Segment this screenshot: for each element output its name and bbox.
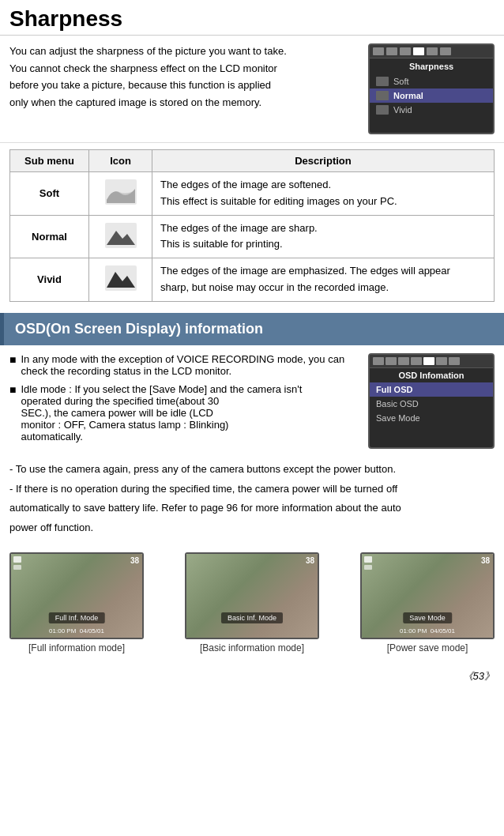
note2: - If there is no operation during the sp…	[9, 481, 495, 498]
preview-bg-save	[362, 554, 493, 638]
page-footer: 《53》	[0, 661, 504, 691]
sharpness-table-wrapper: Sub menu Icon Description Soft The	[0, 149, 504, 302]
vivid-desc-2: sharp, but noise may occur in the record…	[160, 281, 389, 293]
bottom-images: 38 Full Inf. Mode 01:00 PM 04/05/01 [Ful…	[0, 544, 504, 661]
cam-row-icon-soft	[376, 77, 389, 86]
table-header-description: Description	[152, 150, 495, 172]
soft-desc-2: This effect is suitable for editing imag…	[160, 195, 397, 207]
cam-row-label-soft: Soft	[393, 77, 409, 86]
page-number: 《53》	[463, 670, 495, 682]
preview-label-basic: [Basic information mode]	[200, 642, 304, 653]
cam-status-icon	[13, 556, 21, 563]
page-title: Sharpness	[9, 6, 495, 32]
osd-section: ■ In any mode with the exception of VOIC…	[0, 345, 504, 457]
bullet-icon-2: ■	[9, 383, 16, 442]
cam-icon-5	[427, 47, 438, 55]
osd-header-title: OSD(On Screen Display) information	[15, 321, 263, 337]
table-row-vivid: Vivid The edges of the image are emphasi…	[10, 258, 495, 302]
cam-icon-2	[386, 47, 397, 55]
cam-row-vivid: Vivid	[370, 103, 493, 117]
preview-label-full: [Full information mode]	[28, 642, 125, 653]
submenu-soft: Soft	[10, 172, 89, 216]
cam-row-soft: Soft	[370, 74, 493, 88]
icon-cell-normal	[89, 215, 152, 258]
osd-bullet1-text: In any mode with the exception of VOICE …	[21, 353, 355, 377]
cam-icon-6	[440, 47, 451, 55]
osd-idle-line3: SEC.), the camera power will be idle (LC…	[21, 407, 213, 419]
sharpness-camera-ui: Sharpness Soft Normal Vivid	[368, 43, 495, 134]
osd-bullet1: ■ In any mode with the exception of VOIC…	[9, 353, 355, 377]
preview-bg-basic	[186, 554, 318, 638]
intro-text: You can adjust the sharpness of the pict…	[9, 43, 355, 134]
page-header: Sharpness	[0, 0, 504, 36]
normal-icon	[105, 223, 137, 248]
preview-overlay-save: Save Mode	[403, 612, 452, 623]
note4: power off function.	[9, 520, 495, 537]
intro-line2: You cannot check the sharpness effect on…	[9, 61, 355, 77]
cam-row-label-normal: Normal	[393, 91, 423, 100]
table-row-normal: Normal The edges of the image are sharp.…	[10, 215, 495, 258]
preview-time-save: 01:00 PM 04/05/01	[400, 627, 455, 635]
osd-cam-row-full: Full OSD	[370, 382, 493, 397]
preview-save: 38 Save Mode 01:00 PM 04/05/01 [Power sa…	[360, 552, 495, 653]
preview-overlay-basic: Basic Inf. Mode	[221, 612, 283, 623]
soft-icon	[105, 179, 137, 205]
cam-icon-4	[413, 47, 424, 55]
save-battery-icon	[364, 565, 372, 570]
preview-basic: 38 Basic Inf. Mode [Basic information mo…	[185, 552, 319, 653]
osd-cam-icon-6	[436, 357, 447, 365]
osd-cam-icon-1	[373, 357, 384, 365]
table-row-soft: Soft The edges of the image are softened…	[10, 172, 495, 216]
cam-row-icon-normal	[376, 91, 389, 100]
osd-cam-icon-4	[411, 357, 422, 365]
osd-cam-title: OSD Infomation	[370, 368, 493, 382]
table-header-icon: Icon	[89, 150, 152, 172]
submenu-normal: Normal	[10, 215, 89, 258]
icon-cell-soft	[89, 172, 152, 216]
cam-icon-1	[373, 47, 384, 55]
preview-top-left-icons	[13, 556, 21, 570]
osd-idle-line4: monitor : OFF, Camera status lamp : Blin…	[21, 419, 228, 431]
osd-section-header: OSD(On Screen Display) information	[0, 313, 504, 345]
top-section: You can adjust the sharpness of the pict…	[0, 36, 504, 143]
cam-icon-3	[400, 47, 411, 55]
note3: automatically to save battery life. Refe…	[9, 500, 495, 517]
preview-box-basic: 38 Basic Inf. Mode	[185, 552, 319, 639]
cam-row-icon-vivid	[376, 105, 389, 115]
submenu-vivid: Vivid	[10, 258, 89, 302]
osd-bullet2-text: Idle mode : If you select the [Save Mode…	[21, 383, 302, 442]
desc-cell-normal: The edges of the image are sharp. This i…	[152, 215, 495, 258]
osd-cam-icon-2	[386, 357, 397, 365]
normal-desc-2: This is suitable for printing.	[160, 238, 283, 250]
desc-cell-vivid: The edges of the image are emphasized. T…	[152, 258, 495, 302]
preview-full: 38 Full Inf. Mode 01:00 PM 04/05/01 [Ful…	[9, 552, 144, 653]
sharpness-table: Sub menu Icon Description Soft The	[9, 149, 495, 302]
note1: - To use the camera again, press any of …	[9, 461, 495, 478]
save-status-icon	[364, 556, 372, 563]
osd-camera-ui: OSD Infomation Full OSD Basic OSD Save M…	[368, 353, 495, 449]
bullet-icon-1: ■	[9, 353, 16, 377]
intro-line4: only when the captured image is stored o…	[9, 95, 355, 111]
osd-idle-line1: Idle mode : If you select the [Save Mode…	[21, 383, 302, 395]
preview-label-save: [Power save mode]	[387, 642, 468, 653]
osd-cam-icon-5	[423, 357, 434, 365]
vivid-icon	[105, 265, 137, 291]
osd-idle-line5: automatically.	[21, 431, 83, 442]
cam-padding	[370, 117, 493, 133]
preview-bg-full	[11, 554, 142, 638]
icon-cell-vivid	[89, 258, 152, 302]
cam-topbar	[370, 45, 493, 58]
preview-overlay-full: Full Inf. Mode	[49, 612, 105, 623]
preview-top-num-save: 38	[481, 556, 490, 565]
osd-text: ■ In any mode with the exception of VOIC…	[9, 353, 355, 449]
table-header-submenu: Sub menu	[10, 150, 89, 172]
preview-top-num-basic: 38	[306, 556, 314, 565]
preview-box-full: 38 Full Inf. Mode 01:00 PM 04/05/01	[9, 552, 144, 639]
cam-title: Sharpness	[370, 58, 493, 74]
osd-cam-label-save: Save Mode	[376, 413, 420, 423]
osd-content: ■ In any mode with the exception of VOIC…	[9, 353, 495, 449]
intro-line3: before you take a picture, because this …	[9, 77, 355, 93]
table-header-row: Sub menu Icon Description	[10, 150, 495, 172]
preview-top-num-full: 38	[130, 556, 139, 565]
preview-box-save: 38 Save Mode 01:00 PM 04/05/01	[360, 552, 495, 639]
